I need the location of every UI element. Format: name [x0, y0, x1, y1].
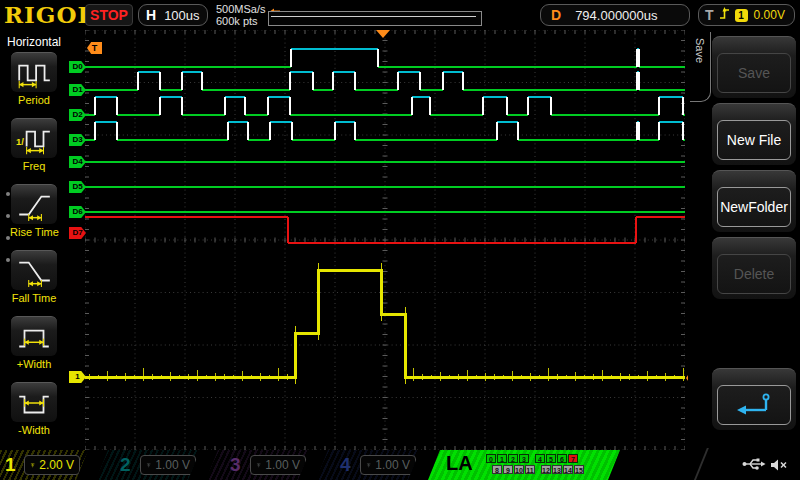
page-indicator-dot: [6, 192, 10, 196]
menu-item-button[interactable]: [11, 316, 57, 356]
channel-scale-box: 1.00 V: [360, 455, 416, 475]
menu-title: Horizontal: [0, 35, 68, 49]
digital-channel-indicator-4: 4: [535, 454, 545, 463]
usb-icon: [742, 457, 766, 471]
graticule: [85, 30, 685, 450]
digital-channel-indicator-13: 13: [552, 465, 562, 474]
menu-item-fall-time[interactable]: Fall Time: [10, 250, 58, 304]
timebase-box: H 100us: [138, 4, 208, 26]
channel-tag-d1: D1: [69, 84, 86, 96]
channel-scale-value: 1.00 V: [265, 458, 300, 472]
channel-tag-d2: D2: [69, 109, 86, 121]
channel-number: 2: [120, 453, 131, 477]
channel-scale-value: 1.00 V: [155, 458, 190, 472]
digital-channel-indicator-11: 11: [525, 465, 535, 474]
rigol-logo: RIGOL: [4, 1, 95, 28]
horizontal-menu: Horizontal Period1/FreqRise TimeFall Tim…: [0, 30, 68, 450]
menu-item-rise-time[interactable]: Rise Time: [10, 184, 58, 238]
ground-coupling-icon: [30, 460, 35, 470]
minus-width-icon: [15, 387, 53, 419]
rising-edge-icon: [718, 5, 731, 21]
digital-channel-indicator-2: 2: [508, 454, 518, 463]
channel-scale-value: 1.00 V: [375, 458, 410, 472]
channel-scale-box: 1.00 V: [140, 455, 196, 475]
channel-scale-box: 1.00 V: [250, 455, 306, 475]
button-label: Delete: [717, 254, 791, 294]
delete-button: Delete: [712, 237, 796, 299]
menu-item-label: +Width: [10, 358, 58, 370]
oscilloscope-screen: RIGOL STOP H 100us 500MSa/s 600k pts D 7…: [0, 0, 800, 480]
page-indicator-dot: [6, 236, 10, 240]
digital-channel-indicator-9: 9: [503, 465, 513, 474]
preview-wave: [269, 13, 481, 26]
page-indicator-dot: [6, 214, 10, 218]
delay-box: D 794.000000us: [540, 4, 690, 26]
ground-coupling-icon: [256, 460, 261, 470]
logic-analyzer-status: LA0123456789101112131415: [428, 450, 620, 480]
button-label: NewFolder: [717, 187, 791, 227]
channel-1-status: 12.00 V: [0, 450, 88, 480]
h-label: H: [146, 7, 156, 23]
preview-wave: [268, 11, 482, 26]
return-arrow-icon: [732, 391, 776, 419]
channel-4-status: 41.00 V: [316, 450, 420, 480]
trigger-position-icon: [376, 30, 390, 38]
channel-tag-d7: D7: [69, 227, 86, 239]
save-menu: Save SaveNew FileNewFolderDelete: [688, 30, 800, 450]
digital-channel-indicator-1: 1: [497, 454, 507, 463]
acquisition-info: 500MSa/s 600k pts: [216, 3, 266, 27]
digital-channel-indicator-5: 5: [546, 454, 556, 463]
menu-tab: Save: [690, 32, 711, 102]
svg-text:1/: 1/: [16, 136, 24, 147]
trigger-level-value: 0.00V: [754, 8, 785, 22]
menu-item-period[interactable]: Period: [10, 52, 58, 106]
trigger-box: T 1 0.00V: [698, 4, 795, 26]
menu-item-freq[interactable]: 1/Freq: [10, 118, 58, 172]
menu-item-label: Fall Time: [10, 292, 58, 304]
channel-number: 3: [230, 453, 241, 477]
menu-item-label: Freq: [10, 160, 58, 172]
digital-channel-indicator-14: 14: [563, 465, 573, 474]
channel-number: 1: [5, 453, 16, 477]
save-button: Save: [712, 36, 796, 98]
fall-time-icon: [15, 255, 53, 287]
separator: [693, 448, 709, 480]
delay-value: 794.000000us: [575, 8, 657, 23]
menu-item-button[interactable]: [11, 52, 57, 92]
menu-item--width[interactable]: +Width: [10, 316, 58, 370]
memory-depth: 600k pts: [216, 15, 266, 27]
digital-channel-indicator-15: 15: [574, 465, 584, 474]
run-state-badge: STOP: [85, 4, 133, 26]
waveform-display: [85, 30, 685, 450]
speaker-muted-icon: [770, 458, 788, 472]
newfolder-button[interactable]: NewFolder: [712, 170, 796, 232]
new-file-button[interactable]: New File: [712, 103, 796, 165]
ground-coupling-icon: [366, 460, 371, 470]
back-button[interactable]: [712, 368, 796, 430]
digital-channel-indicator-0: 0: [486, 454, 496, 463]
sample-rate: 500MSa/s: [216, 3, 266, 15]
digital-channel-indicator-8: 8: [492, 465, 502, 474]
digital-channel-indicator-3: 3: [519, 454, 529, 463]
button-label: Save: [717, 53, 791, 93]
channel-tag-d6: D6: [69, 206, 86, 218]
la-label: LA: [446, 452, 473, 475]
rising-edge-icon: [718, 5, 731, 25]
digital-channel-indicator-10: 10: [514, 465, 524, 474]
menu-item-button[interactable]: 1/: [11, 118, 57, 158]
channel-tag-d0: D0: [69, 61, 86, 73]
channel-tag-1: 1: [69, 371, 86, 383]
t-label: T: [705, 7, 714, 23]
period-icon: [15, 57, 53, 89]
button-label: New File: [717, 120, 791, 160]
menu-item-label: -Width: [10, 424, 58, 436]
plus-width-icon: [15, 321, 53, 353]
digital-channel-indicator-7: 7: [568, 454, 578, 463]
menu-item-button[interactable]: [11, 184, 57, 224]
menu-item-button[interactable]: [11, 382, 57, 422]
menu-item--width[interactable]: -Width: [10, 382, 58, 436]
menu-item-button[interactable]: [11, 250, 57, 290]
channel-tag-d4: D4: [69, 156, 86, 168]
menu-item-label: Rise Time: [10, 226, 58, 238]
ground-coupling-icon: [146, 460, 151, 470]
